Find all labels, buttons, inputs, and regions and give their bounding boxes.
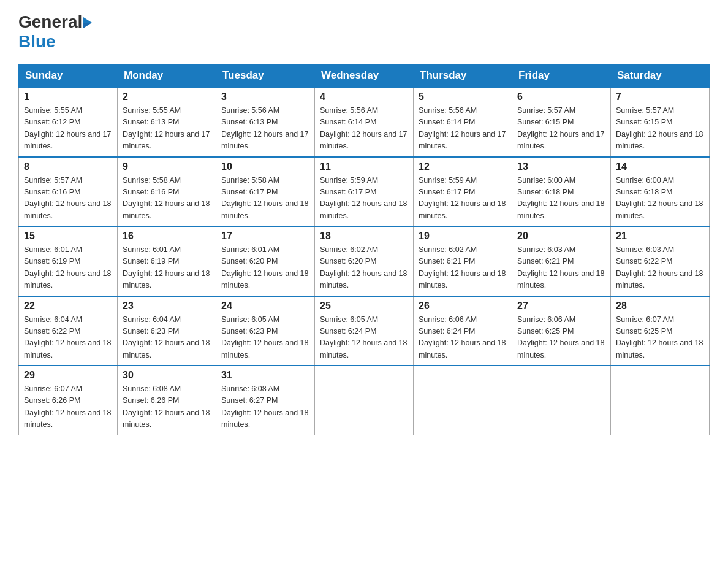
page-header: General Blue <box>18 12 710 52</box>
calendar-cell: 31Sunrise: 6:08 AMSunset: 6:27 PMDayligh… <box>216 366 315 435</box>
calendar-cell: 22Sunrise: 6:04 AMSunset: 6:22 PMDayligh… <box>19 296 118 366</box>
calendar-cell: 8Sunrise: 5:57 AMSunset: 6:16 PMDaylight… <box>19 157 118 227</box>
day-info: Sunrise: 6:05 AMSunset: 6:23 PMDaylight:… <box>221 314 309 362</box>
day-number: 17 <box>221 231 309 242</box>
calendar-cell: 21Sunrise: 6:03 AMSunset: 6:22 PMDayligh… <box>611 226 710 296</box>
day-number: 25 <box>320 301 408 312</box>
day-info: Sunrise: 6:06 AMSunset: 6:24 PMDaylight:… <box>419 314 507 362</box>
day-info: Sunrise: 5:55 AMSunset: 6:13 PMDaylight:… <box>123 105 211 153</box>
calendar-cell: 23Sunrise: 6:04 AMSunset: 6:23 PMDayligh… <box>118 296 216 366</box>
day-number: 5 <box>419 91 507 102</box>
day-info: Sunrise: 6:02 AMSunset: 6:20 PMDaylight:… <box>320 244 408 292</box>
calendar-cell: 27Sunrise: 6:06 AMSunset: 6:25 PMDayligh… <box>512 296 611 366</box>
day-number: 13 <box>517 161 605 172</box>
day-number: 29 <box>24 370 112 381</box>
day-header-saturday: Saturday <box>611 64 710 88</box>
calendar-cell: 29Sunrise: 6:07 AMSunset: 6:26 PMDayligh… <box>19 366 118 435</box>
day-info: Sunrise: 6:04 AMSunset: 6:22 PMDaylight:… <box>24 314 112 362</box>
calendar-week-3: 15Sunrise: 6:01 AMSunset: 6:19 PMDayligh… <box>19 226 710 296</box>
day-number: 2 <box>123 91 211 102</box>
calendar-cell: 15Sunrise: 6:01 AMSunset: 6:19 PMDayligh… <box>19 226 118 296</box>
calendar-cell: 6Sunrise: 5:57 AMSunset: 6:15 PMDaylight… <box>512 87 611 157</box>
day-number: 16 <box>123 231 211 242</box>
day-number: 31 <box>221 370 309 381</box>
day-number: 23 <box>123 301 211 312</box>
day-number: 10 <box>221 161 309 172</box>
day-info: Sunrise: 6:07 AMSunset: 6:25 PMDaylight:… <box>616 314 704 362</box>
calendar-cell: 30Sunrise: 6:08 AMSunset: 6:26 PMDayligh… <box>118 366 216 435</box>
day-number: 30 <box>123 370 211 381</box>
day-number: 1 <box>24 91 112 102</box>
day-number: 7 <box>616 91 704 102</box>
day-info: Sunrise: 6:00 AMSunset: 6:18 PMDaylight:… <box>517 175 605 223</box>
calendar-cell: 19Sunrise: 6:02 AMSunset: 6:21 PMDayligh… <box>414 226 512 296</box>
day-info: Sunrise: 6:01 AMSunset: 6:20 PMDaylight:… <box>221 244 309 292</box>
day-header-tuesday: Tuesday <box>216 64 315 88</box>
day-info: Sunrise: 5:59 AMSunset: 6:17 PMDaylight:… <box>320 175 408 223</box>
calendar-week-4: 22Sunrise: 6:04 AMSunset: 6:22 PMDayligh… <box>19 296 710 366</box>
day-number: 18 <box>320 231 408 242</box>
calendar-cell: 4Sunrise: 5:56 AMSunset: 6:14 PMDaylight… <box>315 87 414 157</box>
day-info: Sunrise: 6:06 AMSunset: 6:25 PMDaylight:… <box>517 314 605 362</box>
day-info: Sunrise: 6:01 AMSunset: 6:19 PMDaylight:… <box>123 244 211 292</box>
day-number: 12 <box>419 161 507 172</box>
calendar-cell: 28Sunrise: 6:07 AMSunset: 6:25 PMDayligh… <box>611 296 710 366</box>
day-number: 15 <box>24 231 112 242</box>
day-number: 11 <box>320 161 408 172</box>
day-number: 24 <box>221 301 309 312</box>
day-number: 4 <box>320 91 408 102</box>
day-number: 26 <box>419 301 507 312</box>
day-info: Sunrise: 5:59 AMSunset: 6:17 PMDaylight:… <box>419 175 507 223</box>
day-header-sunday: Sunday <box>19 64 118 88</box>
calendar-cell: 9Sunrise: 5:58 AMSunset: 6:16 PMDaylight… <box>118 157 216 227</box>
day-info: Sunrise: 5:56 AMSunset: 6:13 PMDaylight:… <box>221 105 309 153</box>
day-header-wednesday: Wednesday <box>315 64 414 88</box>
day-number: 27 <box>517 301 605 312</box>
calendar-cell: 5Sunrise: 5:56 AMSunset: 6:14 PMDaylight… <box>414 87 512 157</box>
day-number: 21 <box>616 231 704 242</box>
calendar-week-5: 29Sunrise: 6:07 AMSunset: 6:26 PMDayligh… <box>19 366 710 435</box>
calendar-cell: 25Sunrise: 6:05 AMSunset: 6:24 PMDayligh… <box>315 296 414 366</box>
day-number: 14 <box>616 161 704 172</box>
calendar-cell: 12Sunrise: 5:59 AMSunset: 6:17 PMDayligh… <box>414 157 512 227</box>
day-number: 20 <box>517 231 605 242</box>
calendar-cell: 20Sunrise: 6:03 AMSunset: 6:21 PMDayligh… <box>512 226 611 296</box>
calendar-cell: 1Sunrise: 5:55 AMSunset: 6:12 PMDaylight… <box>19 87 118 157</box>
calendar-week-2: 8Sunrise: 5:57 AMSunset: 6:16 PMDaylight… <box>19 157 710 227</box>
day-info: Sunrise: 6:08 AMSunset: 6:27 PMDaylight:… <box>221 383 309 431</box>
calendar-cell: 11Sunrise: 5:59 AMSunset: 6:17 PMDayligh… <box>315 157 414 227</box>
calendar-header-row: SundayMondayTuesdayWednesdayThursdayFrid… <box>19 64 710 88</box>
day-info: Sunrise: 6:00 AMSunset: 6:18 PMDaylight:… <box>616 175 704 223</box>
day-header-friday: Friday <box>512 64 611 88</box>
calendar-week-1: 1Sunrise: 5:55 AMSunset: 6:12 PMDaylight… <box>19 87 710 157</box>
calendar-cell <box>512 366 611 435</box>
calendar-cell <box>315 366 414 435</box>
day-info: Sunrise: 6:01 AMSunset: 6:19 PMDaylight:… <box>24 244 112 292</box>
logo-general-text: General <box>18 12 82 32</box>
day-info: Sunrise: 5:55 AMSunset: 6:12 PMDaylight:… <box>24 105 112 153</box>
day-number: 9 <box>123 161 211 172</box>
calendar-cell: 16Sunrise: 6:01 AMSunset: 6:19 PMDayligh… <box>118 226 216 296</box>
calendar-cell: 17Sunrise: 6:01 AMSunset: 6:20 PMDayligh… <box>216 226 315 296</box>
day-info: Sunrise: 6:03 AMSunset: 6:22 PMDaylight:… <box>616 244 704 292</box>
day-header-monday: Monday <box>118 64 216 88</box>
calendar-cell: 3Sunrise: 5:56 AMSunset: 6:13 PMDaylight… <box>216 87 315 157</box>
calendar-cell: 24Sunrise: 6:05 AMSunset: 6:23 PMDayligh… <box>216 296 315 366</box>
day-info: Sunrise: 5:57 AMSunset: 6:15 PMDaylight:… <box>616 105 704 153</box>
day-info: Sunrise: 6:07 AMSunset: 6:26 PMDaylight:… <box>24 383 112 431</box>
calendar-table: SundayMondayTuesdayWednesdayThursdayFrid… <box>18 64 710 435</box>
day-info: Sunrise: 6:05 AMSunset: 6:24 PMDaylight:… <box>320 314 408 362</box>
calendar-cell: 18Sunrise: 6:02 AMSunset: 6:20 PMDayligh… <box>315 226 414 296</box>
day-info: Sunrise: 5:56 AMSunset: 6:14 PMDaylight:… <box>419 105 507 153</box>
day-number: 22 <box>24 301 112 312</box>
day-number: 6 <box>517 91 605 102</box>
calendar-cell: 7Sunrise: 5:57 AMSunset: 6:15 PMDaylight… <box>611 87 710 157</box>
logo: General Blue <box>18 12 92 52</box>
calendar-cell <box>414 366 512 435</box>
day-number: 3 <box>221 91 309 102</box>
day-number: 28 <box>616 301 704 312</box>
day-info: Sunrise: 5:58 AMSunset: 6:16 PMDaylight:… <box>123 175 211 223</box>
calendar-cell: 14Sunrise: 6:00 AMSunset: 6:18 PMDayligh… <box>611 157 710 227</box>
calendar-cell <box>611 366 710 435</box>
logo-blue-text: Blue <box>18 32 56 51</box>
